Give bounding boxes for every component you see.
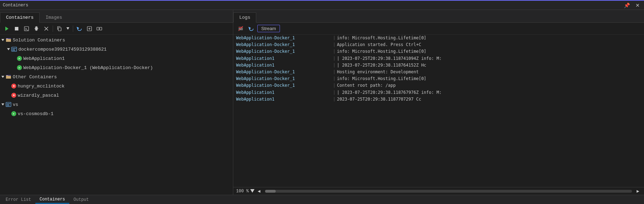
log-separator: | [333,89,335,96]
attach-button[interactable] [85,25,94,33]
dropdown-arrow[interactable] [65,26,71,31]
icon-webapp1 [17,56,22,61]
log-line: WebApplication1 | | 2023-07-25T20:29:38.… [233,89,644,96]
zoom-level: 100 % [236,189,249,194]
log-line: WebApplication1 | | 2023-07-25T20:29:38.… [233,55,644,62]
refresh-button[interactable] [75,25,84,33]
label-vs-cosmosdb: vs-cosmosdb-1 [18,111,53,117]
svg-marker-8 [77,27,79,29]
panel-title: Containers [3,3,28,8]
log-separator: | [333,55,335,62]
tree-view[interactable]: Solution Containers dockercompose3992174… [0,35,233,195]
svg-marker-21 [1,76,4,78]
expand-arrow-vs[interactable] [0,103,6,106]
log-line: WebApplication-Docker_1 | Hosting enviro… [233,69,644,75]
expand-arrow-other-containers[interactable] [0,75,6,78]
log-source: WebApplication1 [236,62,332,69]
icon-dockercompose [11,46,17,52]
log-source: WebApplication-Docker_1 [236,41,332,48]
logs-tab-bar: Logs [233,10,644,23]
label-vs: vs [13,102,18,107]
log-text: 2023-07-25T20:29:38.118770729​7 Cc [337,96,421,103]
scroll-right-btn[interactable]: ▶ [635,188,641,194]
log-source: WebApplication-Docker_1 [236,82,332,89]
log-separator: | [333,62,335,69]
svg-rect-2 [24,27,29,31]
log-content[interactable]: WebApplication-Docker_1 | info: Microsof… [233,35,644,187]
filter-button[interactable] [236,25,245,33]
log-separator: | [333,48,335,55]
stop-button[interactable] [12,25,21,33]
label-other-containers: Other Containers [13,74,57,80]
tab-containers[interactable]: Containers [0,12,40,23]
log-line: WebApplication-Docker_1 | info: Microsof… [233,35,644,41]
svg-rect-18 [12,48,16,49]
icon-wizardly [11,93,16,98]
icon-other-containers [6,74,11,80]
stream-button[interactable]: Stream [257,25,280,32]
run-button[interactable] [2,25,11,33]
expand-arrow-dockercompose[interactable] [6,48,11,51]
svg-rect-1 [15,27,18,30]
log-line: WebApplication1 | 2023-07-25T20:29:38.11… [233,96,644,103]
log-source: WebApplication1 [236,55,332,62]
svg-rect-22 [6,75,11,75]
log-text: Application started. Press Ctrl+C [337,41,421,48]
log-status-bar: 100 % ◀ ▶ [233,187,644,195]
tab-images[interactable]: Images [40,12,68,23]
label-webapp1: WebApplication1 [23,56,65,61]
icon-solution-containers [6,37,11,43]
bottom-tab-error-list[interactable]: Error List [1,196,35,203]
tree-item-dockercompose[interactable]: dockercompose399217459312938862​1 [0,45,233,54]
tab-logs[interactable]: Logs [233,12,256,23]
tree-item-vs[interactable]: vs [0,100,233,109]
bottom-tab-containers[interactable]: Containers [35,196,69,204]
svg-rect-27 [7,106,10,106]
bottom-tab-output[interactable]: Output [69,196,93,203]
title-bar: Containers 📌 ✕ [0,0,644,10]
tree-item-solution-containers[interactable]: Solution Containers [0,35,233,45]
tree-item-webapp-docker[interactable]: WebApplication-Docker_1 (WebApplication-… [0,63,233,72]
terminal-button[interactable] [22,25,31,33]
log-line: WebApplication-Docker_1 | Application st… [233,41,644,48]
svg-rect-20 [12,50,15,51]
tree-item-hungry[interactable]: hungry_mcclintock [0,81,233,91]
close-button[interactable]: ✕ [634,2,641,9]
logs-refresh-button[interactable] [247,25,256,33]
icon-webapp-docker [17,65,22,70]
tree-item-vs-cosmosdb[interactable]: vs-cosmosdb-1 [0,109,233,118]
scrollbar-thumb [265,190,276,193]
bottom-tabs: Error ListContainersOutput [0,195,644,204]
log-separator: | [333,41,335,48]
horizontal-scrollbar[interactable] [265,190,632,193]
tree-item-webapp1[interactable]: WebApplication1 [0,54,233,63]
log-source: WebApplication1 [236,89,332,96]
detach-button[interactable] [95,25,104,33]
tree-item-other-containers[interactable]: Other Containers [0,72,233,81]
log-line: WebApplication-Docker_1 | Content root p… [233,82,644,89]
log-separator: | [333,69,335,75]
delete-button[interactable] [42,25,51,33]
tab-bar: Containers Images [0,10,233,23]
log-text: | 2023-07-25T20:29:38.118741094Z info: M… [337,55,441,62]
log-separator: | [333,35,335,41]
label-hungry: hungry_mcclintock [18,84,65,89]
log-line: WebApplication1 | | 2023-07-25T20:29:38.… [233,62,644,69]
log-line: WebApplication-Docker_1 | info: Microsof… [233,48,644,55]
log-source: WebApplication-Docker_1 [236,48,332,55]
label-dockercompose: dockercompose399217459312938862​1 [18,47,107,52]
copy-button[interactable] [55,25,64,33]
scroll-left-btn[interactable]: ◀ [256,188,262,194]
expand-arrow-solution-containers[interactable] [0,39,6,41]
tree-item-wizardly[interactable]: wizardly_pascal [0,91,233,100]
log-text: Content root path: /app [337,82,396,89]
svg-rect-15 [6,38,11,39]
pin-button[interactable]: 📌 [622,2,631,9]
right-panel: Logs Stream WebApplication-D [233,10,644,195]
icon-vs [6,102,11,107]
label-webapp-docker: WebApplication-Docker_1 (WebApplication-… [23,65,153,70]
settings-button[interactable] [32,25,41,33]
svg-marker-14 [1,39,4,41]
log-separator: | [333,75,335,82]
log-text: info: Microsoft.Hosting.Lifetime[0] [337,35,426,41]
